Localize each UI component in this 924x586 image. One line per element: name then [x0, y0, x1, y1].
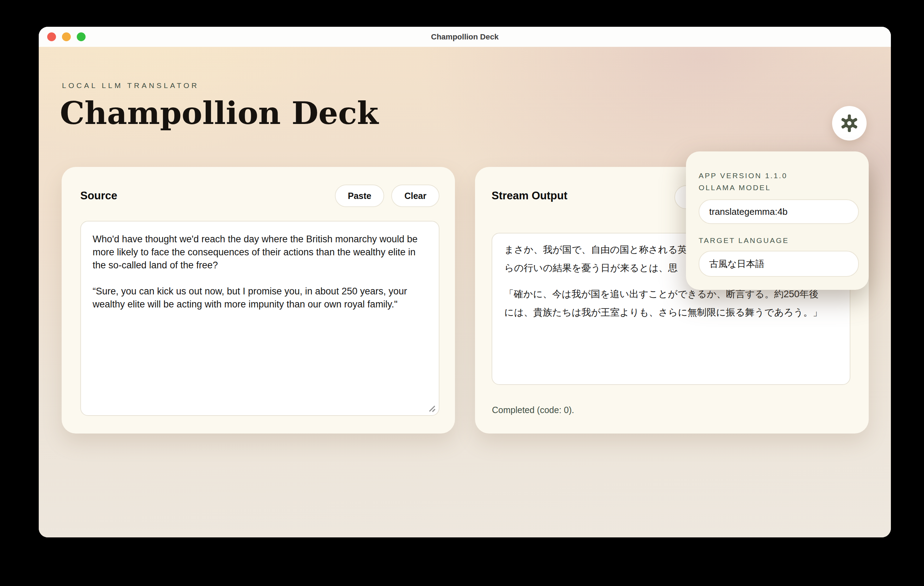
stream-card-title: Stream Output [492, 190, 567, 202]
status-text: Completed (code: 0). [492, 405, 574, 415]
source-card: Source Paste Clear Who'd have thought we… [62, 167, 455, 434]
gear-icon [840, 114, 858, 132]
window-title: Champollion Deck [431, 32, 498, 41]
source-textarea-wrap: Who'd have thought we'd reach the day wh… [80, 221, 439, 416]
zoom-window-button[interactable] [77, 32, 86, 41]
source-card-title: Source [80, 190, 117, 202]
source-card-header: Source Paste Clear [80, 185, 439, 207]
settings-popover: APP VERSION 1.1.0 OLLAMA MODEL TARGET LA… [686, 152, 869, 290]
source-actions: Paste Clear [335, 185, 439, 207]
clear-button[interactable]: Clear [391, 185, 439, 207]
ollama-model-label: OLLAMA MODEL [699, 182, 856, 194]
target-language-input[interactable] [699, 251, 859, 277]
output-paragraph: 「確かに、今は我が国を追い出すことができるか、断言する。約250年後 には、貴族… [504, 285, 838, 322]
screen: Champollion Deck LOCAL LLM TRANSLATOR Ch… [0, 0, 924, 586]
page-title: Champollion Deck [60, 95, 379, 131]
settings-button[interactable] [832, 106, 866, 140]
app-eyebrow-label: LOCAL LLM TRANSLATOR [62, 81, 199, 90]
paste-button[interactable]: Paste [335, 185, 384, 207]
ollama-model-input[interactable] [699, 199, 859, 224]
close-window-button[interactable] [47, 32, 56, 41]
app-window: Champollion Deck LOCAL LLM TRANSLATOR Ch… [39, 27, 891, 537]
minimize-window-button[interactable] [62, 32, 71, 41]
window-titlebar: Champollion Deck [39, 27, 891, 47]
app-content: LOCAL LLM TRANSLATOR Champollion Deck [39, 47, 891, 537]
source-textarea[interactable]: Who'd have thought we'd reach the day wh… [80, 221, 439, 416]
traffic-light-buttons [47, 32, 86, 41]
target-language-label: TARGET LANGUAGE [699, 234, 856, 246]
app-version-label: APP VERSION 1.1.0 [699, 170, 856, 182]
